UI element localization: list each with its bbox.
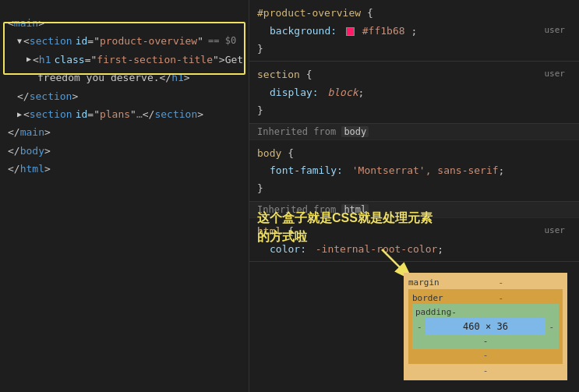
triangle-icon-plans: ▶: [17, 108, 22, 122]
border-label: border: [412, 293, 443, 303]
tree-line-h1: ▶ <h1 class="first-section-title" >Get t…: [8, 51, 241, 69]
selected-badge: == $0: [208, 33, 236, 50]
css-property-display: display: block;: [257, 84, 571, 102]
tree-bracket: <: [8, 14, 14, 32]
user-stylesheet-label: user: [545, 23, 566, 37]
border-dash-bottom: -: [412, 350, 559, 360]
css-selector-section: section: [257, 69, 300, 80]
padding-label: padding-: [415, 307, 556, 317]
css-brace-close: }: [257, 41, 571, 58]
css-block-product-overview: #product-overview { background: #ff1b68 …: [249, 0, 579, 62]
margin-label: margin: [408, 277, 440, 288]
tree-line-html-close: </html>: [8, 160, 241, 178]
box-model-padding: padding- - 460 × 36 - -: [412, 304, 559, 349]
tree-line-section-close: </section>: [8, 87, 241, 105]
css-brace-close-section: }: [257, 102, 571, 120]
user-label-html: user: [545, 223, 566, 238]
tree-line-section-product[interactable]: ▼ <section id="product-overview" == $0: [8, 32, 241, 50]
box-model-margin: margin - border - padding- -: [404, 273, 567, 380]
side-dash-left: -: [415, 322, 424, 332]
css-property-fontfamily: font-family: 'Montserrat', sans-serif;: [257, 162, 571, 180]
inherited-from-body: Inherited from body: [249, 124, 579, 140]
padding-dash-bottom: -: [415, 336, 556, 346]
triangle-icon-h1: ▶: [26, 52, 31, 66]
annotation-text: 这个盒子就是CSS就是处理元素 的方式啦: [257, 209, 432, 246]
tree-line-section-plans[interactable]: ▶ <section id="plans" …</section>: [8, 105, 241, 123]
box-model-border: border - padding- - 460 × 36 -: [408, 289, 563, 364]
tree-line-main-close: </main>: [8, 123, 241, 141]
css-block-body: body { font-family: 'Montserrat', sans-s…: [249, 140, 579, 202]
side-dash-right: -: [547, 322, 556, 332]
css-property-background: background: #ff1b68 ; user: [257, 23, 571, 41]
css-block-section: section { user display: block; }: [249, 62, 579, 123]
color-swatch[interactable]: [346, 27, 355, 36]
tag-main[interactable]: main: [14, 14, 38, 32]
css-brace-close-body: }: [257, 180, 571, 198]
html-tree-panel: <main> ▼ <section id="product-overview" …: [0, 0, 249, 392]
html-tree: <main> ▼ <section id="product-overview" …: [0, 8, 249, 185]
margin-dash-bottom: -: [408, 366, 563, 376]
margin-dash-top: -: [499, 277, 504, 288]
inherited-body-tag: body: [341, 126, 369, 137]
css-selector-line: #product-overview {: [257, 5, 571, 23]
user-label-section: user: [545, 66, 566, 81]
tree-line-h1-text: freedom you deserve.</h1>: [8, 69, 241, 87]
triangle-icon: ▼: [17, 34, 22, 48]
tree-line-main: <main>: [8, 14, 241, 32]
css-color-value: #ff1b68: [362, 25, 405, 37]
box-model-panel: margin - border - padding- -: [404, 273, 567, 380]
css-selector-body: body: [257, 147, 281, 159]
css-selector-text: #product-overview: [257, 7, 361, 19]
tree-line-body-close: </body>: [8, 142, 241, 160]
box-model-content: 460 × 36: [425, 318, 546, 335]
css-styles-panel: #product-overview { background: #ff1b68 …: [249, 0, 579, 392]
border-dash-top: -: [499, 293, 504, 303]
